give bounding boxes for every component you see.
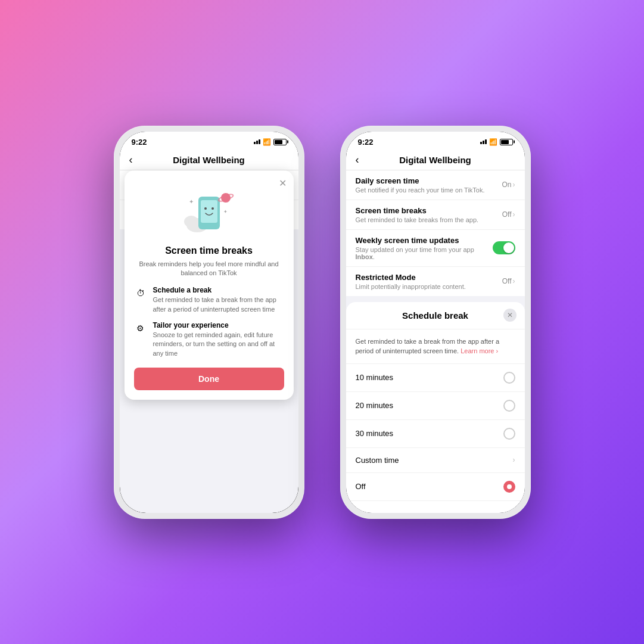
weekly-subtitle-right: Stay updated on your time from your app … (356, 246, 493, 260)
done-button[interactable]: Done (134, 368, 284, 390)
option-10min-radio[interactable] (503, 372, 515, 384)
option-10min[interactable]: 10 minutes (346, 364, 525, 392)
custom-chevron: › (513, 456, 515, 464)
status-icons-left: 📶 (254, 138, 287, 146)
option-custom-label: Custom time (356, 456, 399, 465)
nav-title-right: Digital Wellbeing (399, 155, 471, 165)
schedule-break-modal: Schedule break ✕ Get reminded to take a … (346, 302, 525, 513)
daily-subtitle-right: Get notified if you reach your time on T… (356, 186, 502, 194)
learn-more-link[interactable]: Learn more › (461, 347, 498, 354)
signal-icon-right (480, 139, 487, 144)
svg-point-1 (184, 216, 198, 228)
option-30min[interactable]: 30 minutes (346, 420, 525, 448)
feature-tailor-desc: Snooze to get reminded again, edit futur… (153, 331, 284, 358)
weekly-toggle[interactable] (493, 241, 515, 254)
option-30min-radio[interactable] (503, 428, 515, 440)
option-off[interactable]: Off (346, 473, 525, 501)
settings-daily-right[interactable]: Daily screen time Get notified if you re… (346, 170, 525, 200)
status-icons-right: 📶 (480, 138, 513, 146)
schedule-modal-title: Schedule break (402, 310, 468, 321)
feature-schedule: ⏱ Schedule a break Get reminded to take … (134, 286, 284, 314)
signal-icon-left (254, 139, 260, 144)
right-phone: 9:22 📶 ‹ Digital Wellbeing (340, 126, 531, 519)
intro-modal: ✕ (125, 170, 294, 400)
settings-list-right: Daily screen time Get notified if you re… (346, 170, 525, 296)
settings-weekly-right[interactable]: Weekly screen time updates Stay updated … (346, 230, 525, 267)
restricted-value-right: Off (502, 277, 512, 285)
option-off-label: Off (356, 482, 366, 491)
option-30min-label: 30 minutes (356, 429, 394, 438)
schedule-description: Get reminded to take a break from the ap… (346, 329, 525, 364)
option-20min[interactable]: 20 minutes (346, 392, 525, 420)
weekly-title-right: Weekly screen time updates (356, 236, 493, 245)
feature-schedule-title: Schedule a break (153, 286, 284, 294)
option-10min-label: 10 minutes (356, 373, 394, 382)
back-button-right[interactable]: ‹ (356, 154, 359, 166)
svg-point-5 (204, 207, 207, 210)
settings-breaks-right[interactable]: Screen time breaks Get reminded to take … (346, 200, 525, 230)
settings-restricted-right[interactable]: Restricted Mode Limit potentially inappr… (346, 267, 525, 296)
battery-icon-right (500, 139, 513, 145)
restricted-chevron-right: › (513, 277, 515, 285)
daily-value-right: On (502, 181, 511, 189)
breaks-title-right: Screen time breaks (356, 206, 502, 215)
clock-icon: ⏱ (134, 287, 147, 300)
restricted-subtitle-right: Limit potentially inappropriate content. (356, 283, 502, 290)
battery-icon-left (273, 139, 287, 145)
time-right: 9:22 (358, 138, 374, 147)
wifi-icon-right: 📶 (489, 138, 497, 146)
intro-illustration: ✦ ✦ (134, 185, 284, 238)
option-off-radio[interactable] (503, 481, 515, 493)
schedule-close-button[interactable]: ✕ (503, 309, 517, 322)
nav-title-left: Digital Wellbeing (173, 155, 245, 165)
nav-bar-right: ‹ Digital Wellbeing (346, 150, 525, 170)
option-custom[interactable]: Custom time › (346, 448, 525, 473)
option-20min-label: 20 minutes (356, 401, 394, 410)
svg-text:✦: ✦ (189, 198, 194, 205)
screen-time-illustration: ✦ ✦ (179, 185, 239, 238)
status-bar-right: 9:22 📶 (346, 132, 525, 150)
nav-bar-left: ‹ Digital Wellbeing (120, 150, 298, 170)
intro-subtitle: Break reminders help you feel more mindf… (134, 260, 284, 278)
option-20min-radio[interactable] (503, 400, 515, 412)
svg-rect-4 (201, 200, 217, 223)
feature-schedule-desc: Get reminded to take a break from the ap… (153, 295, 284, 314)
left-phone: 9:22 📶 ‹ Digital Wellbeing (114, 126, 304, 519)
breaks-subtitle-right: Get reminded to take breaks from the app… (356, 216, 502, 223)
feature-tailor: ⚙ Tailor your experience Snooze to get r… (134, 321, 284, 358)
breaks-value-right: Off (502, 210, 512, 219)
settings-sliders-icon: ⚙ (134, 322, 147, 335)
feature-tailor-title: Tailor your experience (153, 321, 284, 329)
daily-chevron-right: › (513, 181, 515, 189)
restricted-title-right: Restricted Mode (356, 273, 502, 282)
time-left: 9:22 (132, 138, 147, 147)
intro-close-button[interactable]: ✕ (279, 178, 287, 189)
back-button-left[interactable]: ‹ (129, 154, 133, 166)
schedule-modal-header: Schedule break ✕ (346, 302, 525, 329)
status-bar-left: 9:22 📶 (120, 132, 298, 150)
wifi-icon-left: 📶 (263, 138, 271, 146)
screen-content-right: Daily screen time Get notified if you re… (346, 170, 525, 513)
daily-title-right: Daily screen time (356, 176, 502, 185)
breaks-chevron-right: › (513, 210, 515, 219)
intro-title: Screen time breaks (134, 245, 284, 256)
svg-point-6 (211, 207, 214, 210)
svg-text:✦: ✦ (223, 209, 228, 214)
